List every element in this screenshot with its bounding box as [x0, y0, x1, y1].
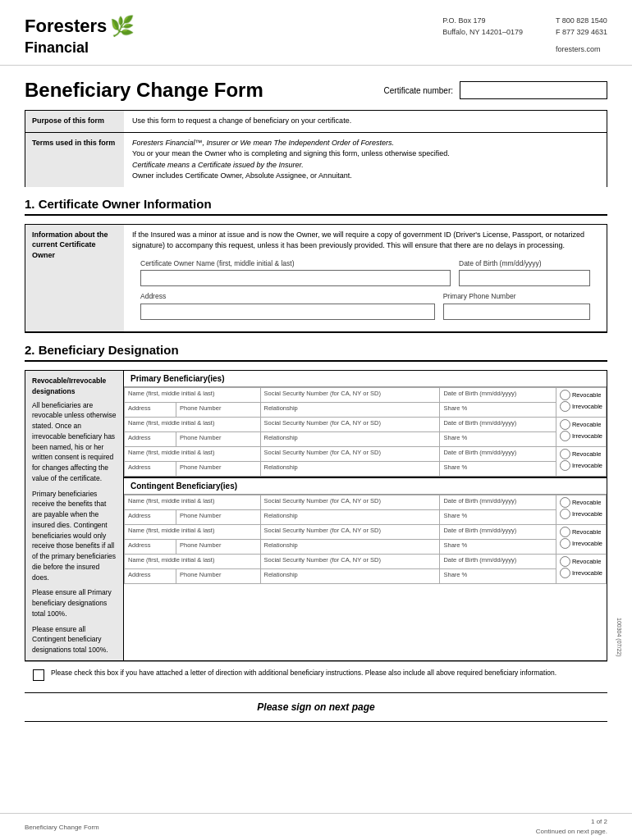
p2-rel-cell[interactable]: Relationship — [260, 432, 440, 447]
phone-input[interactable] — [443, 304, 590, 320]
c3-irrevocable-input[interactable] — [560, 568, 570, 578]
title-area: Beneficiary Change Form Certificate numb… — [0, 66, 632, 110]
c1-phone-cell[interactable]: Phone Number — [176, 510, 260, 525]
logo-area: Foresters 🌿 Financial — [25, 15, 135, 57]
section2-wrapper: Revocable/Irrevocable designations All b… — [25, 370, 607, 661]
p1-revocable-radio[interactable]: Revocable — [560, 390, 602, 401]
p1-phone-cell[interactable]: Phone Number — [176, 403, 260, 418]
c1-revocable-radio[interactable]: Revocable — [560, 497, 602, 509]
p2-revocable-input[interactable] — [560, 419, 570, 430]
c3-irrevocable-radio[interactable]: Irrevocable — [560, 568, 602, 579]
p2-phone-cell[interactable]: Phone Number — [176, 432, 260, 447]
c3-revocable-input[interactable] — [560, 556, 570, 567]
c3-dob-cell[interactable]: Date of Birth (mm/dd/yyyy) — [440, 555, 556, 569]
header-address-col: P.O. Box 179 Buffalo, NY 14201–0179 — [442, 15, 523, 55]
p3-share-cell[interactable]: Share % — [440, 462, 556, 477]
p3-ssn-cell[interactable]: Social Security Number (for CA, NY or SD… — [260, 447, 440, 462]
logo-foresters: Foresters 🌿 — [25, 15, 135, 38]
p3-phone-cell[interactable]: Phone Number — [176, 462, 260, 477]
contingent-bene-title: Contingent Beneficiary(ies) — [124, 477, 607, 495]
contingent-bene-table: Name (first, middle initial & last) Soci… — [124, 495, 607, 584]
primary-row-1-top: Name (first, middle initial & last) Soci… — [125, 388, 607, 403]
section1-body: Information about the current Certificat… — [25, 224, 607, 334]
address-input[interactable] — [140, 304, 435, 320]
c1-rel-cell[interactable]: Relationship — [260, 510, 440, 525]
p2-ssn-cell[interactable]: Social Security Number (for CA, NY or SD… — [260, 418, 440, 432]
p3-radio-cell: Revocable Irrevocable — [556, 447, 606, 477]
p3-dob-cell[interactable]: Date of Birth (mm/dd/yyyy) — [440, 447, 556, 462]
field-dob: Date of Birth (mm/dd/yyyy) — [459, 258, 590, 287]
cert-number-input[interactable] — [460, 81, 607, 99]
c3-ssn-cell[interactable]: Social Security Number (for CA, NY or SD… — [260, 555, 440, 569]
p1-rel-cell[interactable]: Relationship — [260, 403, 440, 418]
c2-address-cell[interactable]: Address — [125, 540, 176, 555]
primary-bene-title: Primary Beneficiary(ies) — [124, 371, 607, 387]
p1-dob-cell[interactable]: Date of Birth (mm/dd/yyyy) — [440, 388, 556, 403]
p1-revocable-input[interactable] — [560, 390, 570, 400]
c1-revocable-input[interactable] — [560, 497, 570, 508]
fields-row-1: Certificate Owner Name (first, middle in… — [132, 252, 598, 287]
c2-revocable-input[interactable] — [560, 527, 570, 537]
c3-share-cell[interactable]: Share % — [440, 569, 556, 584]
c2-ssn-cell[interactable]: Social Security Number (for CA, NY or SD… — [260, 525, 440, 540]
p1-name-cell[interactable]: Name (first, middle initial & last) — [125, 388, 261, 403]
c1-name-cell[interactable]: Name (first, middle initial & last) — [125, 495, 261, 510]
c2-revocable-radio[interactable]: Revocable — [560, 527, 602, 538]
p1-address-cell[interactable]: Address — [125, 403, 176, 418]
field-address: Address — [140, 291, 435, 320]
p3-rel-cell[interactable]: Relationship — [260, 462, 440, 477]
brand-name: Foresters — [25, 16, 107, 37]
p1-ssn-cell[interactable]: Social Security Number (for CA, NY or SD… — [260, 388, 440, 403]
c3-address-cell[interactable]: Address — [125, 569, 176, 584]
leaf-icon: 🌿 — [110, 15, 135, 38]
p3-irrevocable-radio[interactable]: Irrevocable — [560, 460, 602, 472]
p1-radio-cell: Revocable Irrevocable — [556, 388, 606, 418]
p2-irrevocable-input[interactable] — [560, 431, 570, 441]
c1-irrevocable-radio[interactable]: Irrevocable — [560, 509, 602, 520]
c2-share-cell[interactable]: Share % — [440, 540, 556, 555]
p2-revocable-radio[interactable]: Revocable — [560, 419, 602, 431]
p2-irrevocable-radio[interactable]: Irrevocable — [560, 431, 602, 442]
primary-bene-table: Name (first, middle initial & last) Soci… — [124, 387, 607, 477]
p3-revocable-input[interactable] — [560, 449, 570, 459]
p3-name-cell[interactable]: Name (first, middle initial & last) — [125, 447, 261, 462]
field-phone: Primary Phone Number — [443, 291, 590, 320]
c1-address-cell[interactable]: Address — [125, 510, 176, 525]
p2-address-cell[interactable]: Address — [125, 432, 176, 447]
primary-row-2-bottom: Address Phone Number Relationship Share … — [125, 432, 607, 447]
p3-irrevocable-input[interactable] — [560, 460, 570, 471]
p1-irrevocable-radio[interactable]: Irrevocable — [560, 401, 602, 413]
p1-irrevocable-input[interactable] — [560, 401, 570, 412]
owner-name-input[interactable] — [140, 270, 451, 286]
c2-dob-cell[interactable]: Date of Birth (mm/dd/yyyy) — [440, 525, 556, 540]
section2-inner: Revocable/Irrevocable designations All b… — [25, 370, 607, 661]
c2-irrevocable-input[interactable] — [560, 538, 570, 549]
section2-title: 2. Beneficiary Designation — [25, 343, 179, 357]
c1-share-cell[interactable]: Share % — [440, 510, 556, 525]
c1-ssn-cell[interactable]: Social Security Number (for CA, NY or SD… — [260, 495, 440, 510]
cont-row-1-top: Name (first, middle initial & last) Soci… — [125, 495, 607, 510]
c1-dob-cell[interactable]: Date of Birth (mm/dd/yyyy) — [440, 495, 556, 510]
c1-irrevocable-input[interactable] — [560, 509, 570, 519]
direction-letter-checkbox[interactable] — [33, 669, 44, 681]
c2-rel-cell[interactable]: Relationship — [260, 540, 440, 555]
c3-phone-cell[interactable]: Phone Number — [176, 569, 260, 584]
c3-rel-cell[interactable]: Relationship — [260, 569, 440, 584]
section1-label: Information about the current Certificat… — [25, 225, 124, 332]
checkbox-label: Please check this box if you have attach… — [51, 669, 556, 678]
dob-input[interactable] — [459, 270, 590, 286]
section1-info-row: Information about the current Certificat… — [25, 225, 607, 333]
c3-revocable-radio[interactable]: Revocable — [560, 556, 602, 568]
p2-dob-cell[interactable]: Date of Birth (mm/dd/yyyy) — [440, 418, 556, 432]
c3-name-cell[interactable]: Name (first, middle initial & last) — [125, 555, 261, 569]
p2-name-cell[interactable]: Name (first, middle initial & last) — [125, 418, 261, 432]
p2-share-cell[interactable]: Share % — [440, 432, 556, 447]
c2-phone-cell[interactable]: Phone Number — [176, 540, 260, 555]
p3-address-cell[interactable]: Address — [125, 462, 176, 477]
c2-irrevocable-radio[interactable]: Irrevocable — [560, 538, 602, 550]
checkbox-row: Please check this box if you have attach… — [25, 661, 607, 687]
p3-revocable-radio[interactable]: Revocable — [560, 449, 602, 460]
p1-share-cell[interactable]: Share % — [440, 403, 556, 418]
c2-name-cell[interactable]: Name (first, middle initial & last) — [125, 525, 261, 540]
header-contact: P.O. Box 179 Buffalo, NY 14201–0179 T 80… — [442, 15, 607, 55]
